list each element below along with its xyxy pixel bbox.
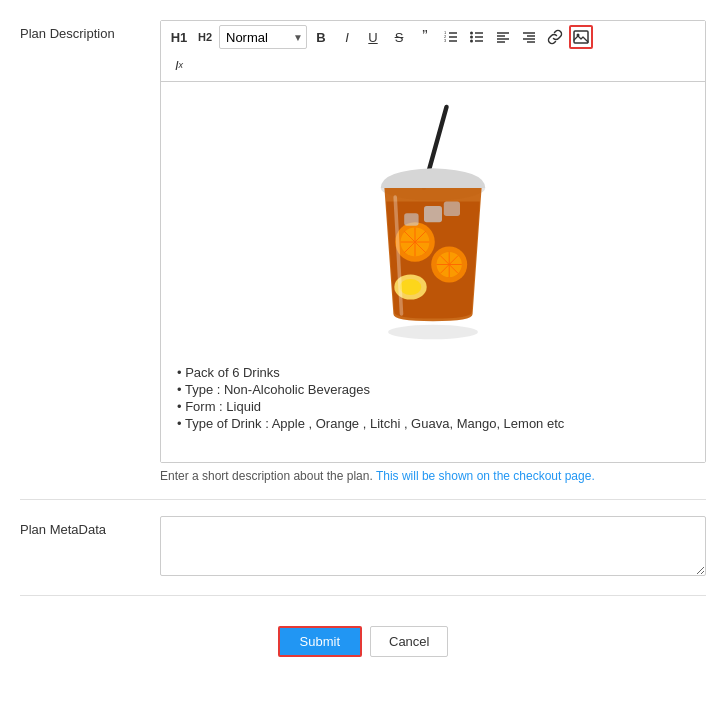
- svg-rect-40: [404, 213, 418, 226]
- svg-point-11: [470, 40, 473, 43]
- align-right-button[interactable]: [517, 25, 541, 49]
- underline-button[interactable]: U: [361, 25, 385, 49]
- format-select-wrap: Normal Heading 1 Heading 2 Heading 3 ▼: [219, 25, 307, 49]
- svg-point-9: [470, 32, 473, 35]
- metadata-label-text: Plan MetaData: [20, 522, 106, 537]
- align-left-button[interactable]: [491, 25, 515, 49]
- link-button[interactable]: [543, 25, 567, 49]
- unordered-list-button[interactable]: [465, 25, 489, 49]
- drink-illustration: [343, 94, 523, 354]
- editor-body[interactable]: Pack of 6 Drinks Type : Non-Alcoholic Be…: [161, 82, 705, 462]
- svg-point-37: [400, 279, 422, 295]
- svg-rect-38: [424, 206, 442, 222]
- editor-toolbar: H1 H2 Normal Heading 1 Heading 2 Heading…: [161, 21, 705, 82]
- product-list: Pack of 6 Drinks Type : Non-Alcoholic Be…: [177, 364, 689, 432]
- label-text: Plan Description: [20, 26, 115, 41]
- metadata-input[interactable]: [160, 516, 706, 576]
- image-button[interactable]: [569, 25, 593, 49]
- section-divider: [20, 499, 706, 500]
- italic-button[interactable]: I: [335, 25, 359, 49]
- svg-text:3: 3: [444, 38, 447, 43]
- plan-metadata-label: Plan MetaData: [20, 516, 160, 537]
- svg-point-10: [470, 36, 473, 39]
- cancel-button[interactable]: Cancel: [370, 626, 448, 657]
- list-item: Type of Drink : Apple , Orange , Litchi …: [177, 415, 689, 432]
- h1-button[interactable]: H1: [167, 25, 191, 49]
- format-select[interactable]: Normal Heading 1 Heading 2 Heading 3: [219, 25, 307, 49]
- form-buttons: Submit Cancel: [20, 616, 706, 657]
- plan-metadata-row: Plan MetaData: [20, 516, 706, 579]
- ordered-list-button[interactable]: 123: [439, 25, 463, 49]
- rich-text-editor: H1 H2 Normal Heading 1 Heading 2 Heading…: [160, 20, 706, 463]
- helper-text-static: Enter a short description about the plan…: [160, 469, 376, 483]
- submit-button[interactable]: Submit: [278, 626, 362, 657]
- bottom-divider: [20, 595, 706, 596]
- bold-button[interactable]: B: [309, 25, 333, 49]
- h2-button[interactable]: H2: [193, 25, 217, 49]
- blockquote-button[interactable]: ”: [413, 25, 437, 49]
- clear-format-button[interactable]: Ix: [167, 53, 191, 77]
- list-item: Form : Liquid: [177, 398, 689, 415]
- helper-text-link: This will be shown on the checkout page.: [376, 469, 595, 483]
- strikethrough-button[interactable]: S: [387, 25, 411, 49]
- plan-description-row: Plan Description H1 H2 Normal Heading 1 …: [20, 20, 706, 483]
- svg-rect-20: [574, 31, 588, 43]
- plan-metadata-content: [160, 516, 706, 579]
- plan-description-label: Plan Description: [20, 20, 160, 41]
- plan-description-content: H1 H2 Normal Heading 1 Heading 2 Heading…: [160, 20, 706, 483]
- drink-image-container: [177, 94, 689, 354]
- svg-rect-39: [444, 202, 460, 216]
- helper-text: Enter a short description about the plan…: [160, 469, 706, 483]
- list-item: Pack of 6 Drinks: [177, 364, 689, 381]
- list-item: Type : Non-Alcoholic Beverages: [177, 381, 689, 398]
- svg-point-41: [388, 325, 478, 339]
